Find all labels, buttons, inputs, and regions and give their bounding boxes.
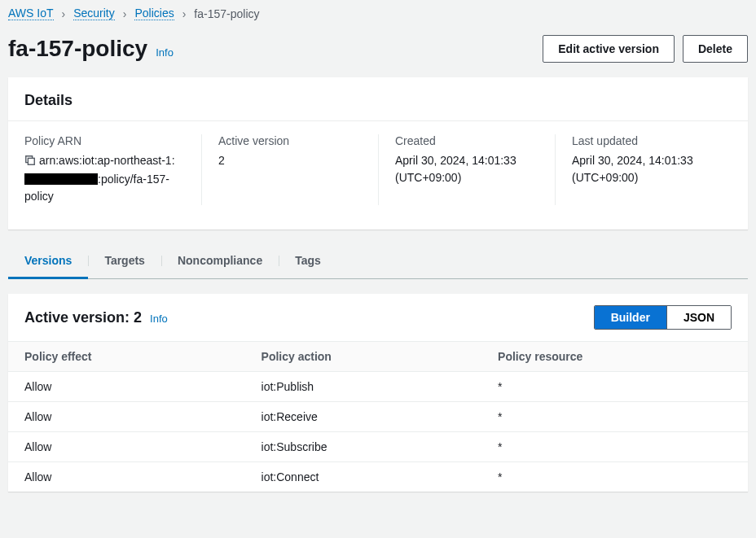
last-updated-label: Last updated [572, 134, 715, 147]
cell-action: iot:Publish [245, 372, 482, 402]
created-value: April 30, 2024, 14:01:33 (UTC+09:00) [395, 152, 538, 186]
cell-effect: Allow [8, 432, 245, 462]
cell-resource: * [481, 432, 748, 462]
edit-active-version-button[interactable]: Edit active version [543, 35, 675, 63]
policy-arn-value: arn:aws:iot:ap-northeast-1::policy/fa-15… [24, 154, 175, 203]
cell-action: iot:Receive [245, 402, 482, 432]
col-policy-effect: Policy effect [8, 342, 245, 372]
created-label: Created [395, 134, 538, 147]
tab-targets[interactable]: Targets [88, 244, 161, 279]
redacted-account-id [24, 173, 98, 185]
chevron-right-icon: › [123, 7, 127, 20]
json-toggle[interactable]: JSON [666, 306, 731, 329]
tab-noncompliance[interactable]: Noncompliance [161, 244, 279, 279]
chevron-right-icon: › [182, 7, 187, 20]
breadcrumb: AWS IoT › Security › Policies › fa-157-p… [0, 0, 756, 27]
col-policy-resource: Policy resource [481, 342, 748, 372]
cell-resource: * [481, 372, 748, 402]
info-link[interactable]: Info [156, 46, 174, 59]
active-version-value: 2 [218, 152, 362, 169]
last-updated-value: April 30, 2024, 14:01:33 (UTC+09:00) [572, 152, 715, 186]
cell-effect: Allow [8, 402, 245, 432]
tab-versions[interactable]: Versions [8, 244, 88, 279]
table-row: Allowiot:Publish* [8, 372, 748, 402]
col-policy-action: Policy action [245, 342, 482, 372]
info-link[interactable]: Info [150, 313, 168, 325]
cell-action: iot:Subscribe [245, 432, 482, 462]
copy-icon[interactable] [24, 154, 36, 171]
table-row: Allowiot:Receive* [8, 402, 748, 432]
breadcrumb-current: fa-157-policy [194, 7, 259, 20]
page-title: fa-157-policy [8, 36, 147, 62]
policy-arn-label: Policy ARN [24, 134, 185, 147]
table-row: Allowiot:Connect* [8, 462, 748, 492]
tab-tags[interactable]: Tags [279, 244, 337, 279]
cell-effect: Allow [8, 462, 245, 492]
svg-rect-0 [28, 158, 34, 164]
table-row: Allowiot:Subscribe* [8, 432, 748, 462]
cell-resource: * [481, 462, 748, 492]
cell-effect: Allow [8, 372, 245, 402]
delete-button[interactable]: Delete [683, 35, 748, 63]
breadcrumb-link-aws-iot[interactable]: AWS IoT [8, 7, 54, 20]
details-panel-title: Details [8, 77, 748, 121]
breadcrumb-link-policies[interactable]: Policies [134, 7, 174, 20]
active-version-panel: Active version: 2 Info Builder JSON Poli… [8, 294, 748, 492]
active-version-label: Active version [218, 134, 362, 147]
chevron-right-icon: › [62, 7, 66, 20]
cell-action: iot:Connect [245, 462, 482, 492]
active-version-title: Active version: 2 [24, 309, 142, 326]
tab-bar: Versions Targets Noncompliance Tags [8, 244, 748, 279]
policy-statements-table: Policy effect Policy action Policy resou… [8, 341, 748, 492]
builder-toggle[interactable]: Builder [595, 306, 666, 329]
details-panel: Details Policy ARN arn:aws:iot:ap-northe… [8, 77, 748, 230]
view-mode-toggle: Builder JSON [594, 305, 732, 330]
page-header: fa-157-policy Info Edit active version D… [0, 27, 756, 77]
cell-resource: * [481, 402, 748, 432]
breadcrumb-link-security[interactable]: Security [73, 7, 115, 20]
